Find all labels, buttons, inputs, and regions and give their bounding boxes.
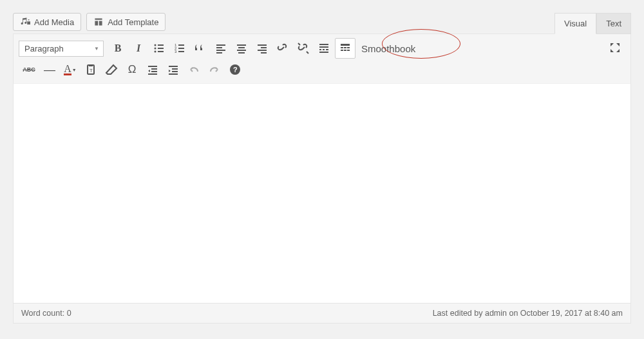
svg-rect-7 [178, 44, 184, 46]
word-count-value: 0 [67, 309, 71, 318]
undo-icon [187, 63, 200, 76]
svg-rect-21 [261, 47, 267, 48]
omega-icon: Ω [128, 63, 137, 76]
text-color-icon: A [64, 64, 71, 75]
blockquote-button[interactable] [191, 39, 210, 58]
clear-formatting-button[interactable] [102, 60, 121, 79]
fullscreen-button[interactable] [605, 38, 625, 57]
svg-rect-14 [216, 50, 225, 51]
bullet-list-button[interactable] [149, 39, 169, 58]
tab-text[interactable]: Text [596, 13, 631, 34]
add-media-button[interactable]: Add Media [13, 13, 81, 31]
svg-point-4 [155, 51, 156, 53]
smoothbook-button[interactable]: Smoothbook [356, 41, 421, 57]
editor-tabs: Visual Text [554, 13, 631, 34]
svg-text:?: ? [233, 66, 238, 73]
svg-rect-47 [169, 73, 178, 75]
outdent-button[interactable] [143, 60, 162, 79]
eraser-icon [105, 63, 118, 76]
svg-rect-35 [344, 50, 346, 51]
bold-button[interactable]: B [108, 39, 128, 58]
svg-rect-32 [344, 47, 346, 48]
paste-text-button[interactable]: T [81, 60, 100, 79]
svg-rect-41 [151, 68, 157, 70]
svg-rect-45 [172, 68, 178, 70]
help-button[interactable]: ? [225, 60, 245, 79]
editor-container: Paragraph B I 123 Smoothbook ABC — A▼ T … [13, 34, 631, 324]
link-icon [276, 42, 289, 55]
svg-rect-17 [238, 47, 245, 48]
indent-icon [167, 63, 180, 76]
align-center-button[interactable] [232, 39, 251, 58]
svg-rect-30 [341, 44, 350, 46]
svg-point-0 [155, 44, 156, 46]
svg-rect-26 [319, 49, 321, 50]
svg-rect-43 [148, 73, 157, 75]
text-color-button[interactable]: A▼ [61, 60, 80, 79]
svg-rect-38 [89, 64, 93, 66]
italic-button[interactable]: I [129, 39, 148, 58]
horizontal-rule-button[interactable]: — [40, 60, 59, 79]
outdent-icon [146, 63, 159, 76]
add-template-label: Add Template [108, 17, 158, 27]
read-more-button[interactable] [314, 39, 334, 58]
format-dropdown[interactable]: Paragraph [19, 41, 104, 57]
align-left-button[interactable] [211, 39, 231, 58]
template-icon [93, 17, 104, 27]
align-right-button[interactable] [252, 39, 272, 58]
svg-rect-19 [238, 52, 245, 53]
svg-rect-44 [169, 66, 178, 67]
tab-visual[interactable]: Visual [554, 13, 596, 34]
svg-rect-25 [319, 46, 328, 48]
editor-content-area[interactable] [14, 83, 630, 303]
align-center-icon [235, 42, 248, 55]
strikethrough-icon: ABC [23, 66, 35, 73]
media-buttons-group: Add Media Add Template [13, 13, 166, 31]
svg-text:T: T [90, 68, 93, 73]
svg-rect-11 [178, 51, 184, 52]
svg-rect-18 [237, 50, 246, 51]
toolbar-row-2: ABC — A▼ T Ω ? [14, 60, 630, 83]
svg-rect-29 [319, 52, 328, 53]
quote-icon [194, 42, 207, 55]
undo-button[interactable] [184, 60, 204, 79]
svg-rect-36 [347, 50, 350, 51]
svg-rect-34 [341, 50, 343, 51]
svg-point-2 [155, 48, 156, 50]
word-count-label: Word count: [21, 309, 67, 318]
svg-rect-40 [148, 66, 157, 67]
numbered-list-button[interactable]: 123 [170, 39, 189, 58]
redo-button[interactable] [205, 60, 224, 79]
svg-text:3: 3 [175, 50, 177, 53]
svg-rect-46 [172, 71, 178, 72]
add-media-label: Add Media [34, 17, 74, 27]
svg-rect-33 [347, 47, 350, 48]
svg-rect-16 [237, 44, 246, 46]
align-left-icon [214, 42, 227, 55]
svg-rect-28 [326, 49, 328, 50]
svg-rect-3 [158, 48, 164, 49]
svg-rect-31 [341, 47, 343, 48]
word-count: Word count: 0 [21, 309, 71, 318]
svg-rect-5 [158, 51, 164, 52]
clipboard-icon: T [84, 63, 97, 76]
strikethrough-button[interactable]: ABC [19, 60, 39, 79]
last-edited-text: Last edited by admin on October 19, 2017… [433, 309, 623, 318]
align-right-icon [256, 42, 269, 55]
toolbar-toggle-button[interactable] [335, 38, 355, 59]
add-template-button[interactable]: Add Template [86, 13, 166, 31]
link-button[interactable] [273, 39, 292, 58]
special-character-button[interactable]: Ω [122, 60, 142, 79]
svg-rect-13 [216, 47, 222, 48]
svg-rect-9 [178, 48, 184, 49]
indent-button[interactable] [164, 60, 183, 79]
status-bar: Word count: 0 Last edited by admin on Oc… [14, 303, 630, 323]
unlink-button[interactable] [294, 39, 313, 58]
svg-rect-23 [261, 52, 267, 53]
toolbar-row-1: Paragraph B I 123 Smoothbook [14, 34, 630, 60]
help-icon: ? [229, 63, 242, 76]
svg-rect-27 [323, 49, 325, 50]
numbered-list-icon: 123 [173, 42, 186, 55]
svg-rect-20 [258, 44, 267, 46]
format-dropdown-label: Paragraph [24, 44, 64, 53]
